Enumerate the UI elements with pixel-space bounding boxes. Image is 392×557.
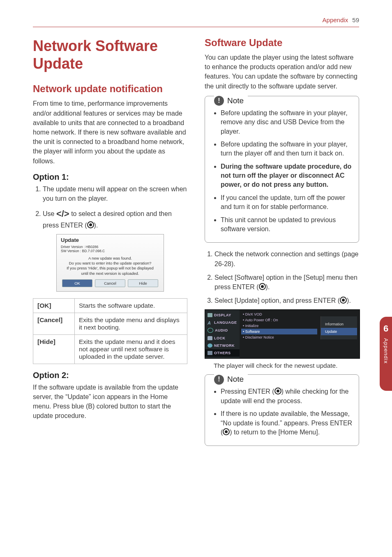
table-row: [OK] Starts the software update. bbox=[33, 298, 187, 313]
enter-icon bbox=[223, 428, 230, 435]
note-text: Pressing ENTER ( bbox=[221, 388, 274, 395]
enter-icon bbox=[87, 221, 94, 228]
dialog-message: A new update was found. Do you want to e… bbox=[61, 256, 159, 276]
msg-line: A new update was found. bbox=[61, 256, 159, 261]
subsection-title: Network update notification bbox=[33, 83, 187, 95]
dialog-title: Update bbox=[61, 237, 159, 243]
step-2: Select [Software] option in the [Setup] … bbox=[214, 273, 359, 292]
language-icon: A bbox=[208, 320, 212, 325]
step2-pre: Use bbox=[43, 210, 56, 217]
page-title: Network Software Update bbox=[33, 37, 187, 72]
msg-line: If you press 'Hide', this popup will not… bbox=[61, 266, 159, 271]
side-tab: 6 Appendix bbox=[380, 317, 392, 391]
note-item: Before updating the software in your pla… bbox=[221, 140, 353, 158]
note-icon: ! bbox=[214, 375, 224, 385]
intro-paragraph: You can update the player using the late… bbox=[205, 53, 359, 91]
left-column: Network Software Update Network update n… bbox=[33, 37, 187, 453]
step-text: ). bbox=[347, 297, 351, 304]
note-icon: ! bbox=[214, 96, 224, 106]
step-text: Select [Update] option, and press ENTER … bbox=[214, 297, 340, 304]
display-icon bbox=[208, 313, 212, 317]
step-3: Select [Update] option, and press ENTER … bbox=[214, 296, 359, 305]
option-desc: Exits the update menu and it does not ap… bbox=[75, 334, 187, 364]
setup-popup: Information Update bbox=[321, 316, 357, 339]
arrows-icon: </> bbox=[56, 209, 69, 219]
menu-row[interactable]: • DivX VOD bbox=[243, 311, 317, 317]
msg-line: Do you want to enter into the update ope… bbox=[61, 261, 159, 266]
option-desc: Starts the software update. bbox=[75, 298, 187, 313]
sw-version: SW Version : BD.7.07.098.C bbox=[61, 249, 159, 253]
right-column: Software Update You can update the playe… bbox=[205, 37, 359, 453]
setup-sidebar: DISPLAY ALANGUAGE AUDIO LOCK NETWORK OTH… bbox=[205, 310, 240, 358]
sidebar-item[interactable]: ALANGUAGE bbox=[205, 319, 240, 326]
enter-icon bbox=[274, 388, 281, 395]
hide-button[interactable]: Hide bbox=[128, 279, 158, 287]
note-item: If there is no update available, the Mes… bbox=[221, 409, 353, 437]
note-item: This unit cannot be updated to previous … bbox=[221, 216, 353, 234]
note-item: If you cancel the update, turn off the p… bbox=[221, 193, 353, 212]
step-2: Use </> to select a desired option and t… bbox=[43, 207, 187, 230]
section-name: Appendix bbox=[323, 16, 348, 23]
software-update-steps: Check the network connection and setting… bbox=[205, 249, 359, 305]
setup-menu: DISPLAY ALANGUAGE AUDIO LOCK NETWORK OTH… bbox=[205, 309, 360, 359]
sidebar-item[interactable]: NETWORK bbox=[205, 342, 240, 349]
note-item-bold: During the software update procedure, do… bbox=[221, 162, 353, 190]
lock-icon bbox=[208, 336, 212, 340]
sidebar-item[interactable]: LOCK bbox=[205, 334, 240, 342]
step-text: Select [Software] option in the [Setup] … bbox=[214, 274, 357, 290]
enter-icon bbox=[259, 283, 266, 290]
option-key: [Cancel] bbox=[33, 313, 75, 334]
note-label: Note bbox=[227, 95, 244, 107]
note-item: Before updating the software in your pla… bbox=[221, 109, 353, 136]
popup-item-update[interactable]: Update bbox=[321, 328, 357, 335]
ok-button[interactable]: OK bbox=[62, 279, 92, 287]
option2-title: Option 2: bbox=[33, 371, 187, 380]
others-icon bbox=[208, 351, 212, 355]
option2-body: If the software update is available from… bbox=[33, 383, 187, 421]
table-row: [Cancel] Exits the update menu and displ… bbox=[33, 313, 187, 334]
sidebar-label: OTHERS bbox=[214, 351, 231, 355]
sidebar-label: LOCK bbox=[214, 336, 226, 340]
menu-row-software[interactable]: • Software bbox=[241, 329, 317, 334]
menu-row[interactable]: • Initialize bbox=[243, 323, 317, 329]
sidebar-label: DISPLAY bbox=[214, 313, 231, 317]
note-box-1: ! Note Before updating the software in y… bbox=[205, 96, 359, 243]
running-head: Appendix 59 bbox=[33, 16, 359, 27]
dialog-meta: Driver Version : HB0286 SW Version : BD.… bbox=[61, 245, 159, 253]
popup-item[interactable]: Information bbox=[321, 320, 357, 328]
note-box-2: ! Note Pressing ENTER () while checking … bbox=[205, 374, 359, 446]
sidebar-label: LANGUAGE bbox=[214, 320, 237, 325]
menu-caption: The player will check for the newest upd… bbox=[214, 362, 359, 369]
option1-title: Option 1: bbox=[33, 172, 187, 182]
options-table: [OK] Starts the software update. [Cancel… bbox=[33, 298, 187, 364]
sidebar-label: NETWORK bbox=[214, 343, 235, 348]
step-text: ). bbox=[266, 283, 270, 290]
sidebar-item[interactable]: AUDIO bbox=[205, 326, 240, 334]
option-key: [Hide] bbox=[33, 334, 75, 364]
note-item: Pressing ENTER () while checking for the… bbox=[221, 387, 353, 406]
sidebar-item[interactable]: DISPLAY bbox=[205, 311, 240, 319]
menu-row[interactable]: • Auto Power Off : On bbox=[243, 317, 317, 323]
step-1: The update menu will appear on the scree… bbox=[43, 184, 187, 203]
msg-line: until the next version is uploaded. bbox=[61, 271, 159, 276]
driver-version: Driver Version : HB0286 bbox=[61, 245, 159, 249]
option-key: [OK] bbox=[33, 298, 75, 313]
side-tab-number: 6 bbox=[380, 323, 392, 334]
step-1: Check the network connection and setting… bbox=[214, 249, 359, 268]
sidebar-label: AUDIO bbox=[215, 328, 228, 332]
network-icon bbox=[208, 343, 212, 348]
setup-middle: • DivX VOD • Auto Power Off : On • Initi… bbox=[240, 310, 321, 358]
step2-end: ). bbox=[94, 222, 98, 229]
menu-row[interactable]: • Disclaimer Notice bbox=[243, 334, 317, 340]
note-text: ) to return to the [Home Menu]. bbox=[230, 429, 320, 436]
cancel-button[interactable]: Cancel bbox=[95, 279, 125, 287]
subsection-title: Software Update bbox=[205, 37, 359, 49]
sidebar-item-others[interactable]: OTHERS bbox=[205, 349, 240, 357]
option-desc: Exits the update menu and displays it ne… bbox=[75, 313, 187, 334]
enter-icon bbox=[340, 297, 347, 304]
side-tab-label: Appendix bbox=[383, 338, 389, 364]
intro-paragraph: From time to time, performance improveme… bbox=[33, 99, 187, 165]
note-label: Note bbox=[227, 374, 244, 385]
table-row: [Hide] Exits the update menu and it does… bbox=[33, 334, 187, 364]
audio-icon bbox=[208, 328, 213, 333]
